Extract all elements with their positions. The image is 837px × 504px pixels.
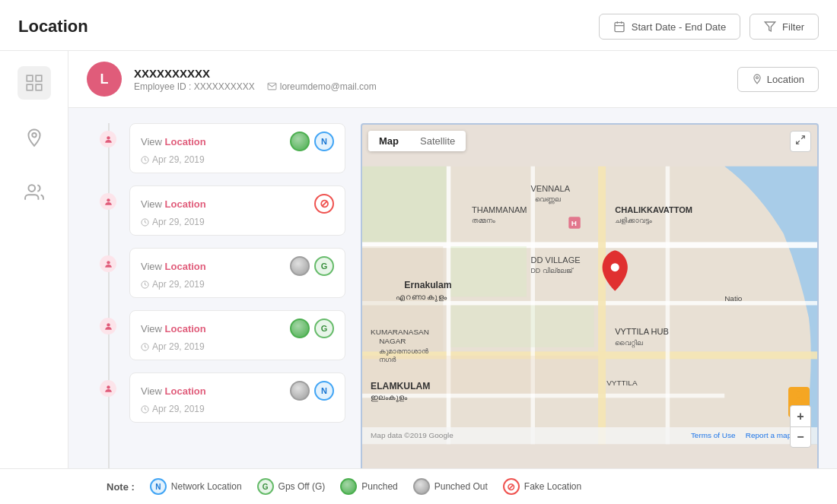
- expand-icon: [795, 135, 806, 145]
- timeline-map-section: View Location N Apr 29, 2019: [68, 108, 837, 502]
- svg-text:എറണാകുളം: എറണാകുളം: [396, 293, 447, 302]
- dot-person-icon: [100, 193, 116, 210]
- network-location-label: Network Location: [171, 481, 242, 492]
- clock-icon: [141, 156, 149, 164]
- svg-text:Map data ©2019 Google: Map data ©2019 Google: [371, 431, 454, 439]
- svg-text:VYTTILA: VYTTILA: [606, 379, 638, 387]
- clock-icon: [141, 281, 149, 289]
- svg-point-16: [107, 261, 110, 264]
- note-item-punched-in: Punched: [340, 478, 397, 495]
- tab-satellite[interactable]: Satellite: [409, 131, 466, 151]
- timeline-dot: [87, 123, 129, 147]
- card-location-link[interactable]: Location: [165, 261, 206, 272]
- svg-text:THAMMANAM: THAMMANAM: [472, 205, 527, 214]
- svg-text:NAGAR: NAGAR: [379, 337, 406, 345]
- card-location-link[interactable]: Location: [165, 323, 206, 334]
- card-location-link[interactable]: Location: [165, 385, 206, 397]
- card-header: View Location N: [141, 132, 334, 151]
- zoom-out-button[interactable]: −: [790, 426, 811, 448]
- dot-person-icon: [100, 255, 116, 272]
- card-date: Apr 29, 2019: [141, 279, 334, 290]
- timeline-dot: [87, 185, 129, 210]
- employee-info: XXXXXXXXXX Employee ID : XXXXXXXXXX lore…: [134, 67, 725, 92]
- svg-text:H: H: [571, 219, 577, 227]
- filter-icon: [764, 21, 776, 33]
- card-view-label: View Location: [141, 198, 206, 210]
- card-icons: N: [290, 381, 334, 401]
- map-image: Ernakulam എറണാകുളം KUMARANASAN NAGAR കുമ…: [362, 125, 817, 486]
- card-icons: G: [290, 319, 334, 338]
- table-row: View Location ⊘ Apr 29, 2019: [87, 185, 345, 236]
- svg-marker-4: [765, 22, 775, 31]
- sidebar-item-location[interactable]: [18, 121, 51, 154]
- svg-point-9: [32, 133, 36, 137]
- calendar-icon: [613, 21, 625, 33]
- card-view-label: View Location: [141, 261, 206, 272]
- svg-point-11: [756, 77, 758, 79]
- filter-button[interactable]: Filter: [749, 14, 819, 40]
- svg-text:കുമാരനാശാൻ: കുമാരനാശാൻ: [379, 347, 428, 356]
- svg-text:KUMARANASAN: KUMARANASAN: [371, 328, 429, 336]
- table-row: View Location N Apr 29, 2019: [87, 372, 345, 423]
- page-title: Location: [18, 17, 88, 36]
- punched-in-icon: [290, 132, 310, 151]
- punched-in-legend: [340, 478, 357, 495]
- main-layout: L XXXXXXXXXX Employee ID : XXXXXXXXXX lo…: [0, 51, 837, 503]
- svg-line-22: [801, 136, 804, 139]
- svg-point-65: [796, 391, 802, 398]
- gps-icon: G: [314, 319, 334, 338]
- map-tabs: Map Satellite: [368, 131, 466, 151]
- dot-person-icon: [100, 380, 116, 397]
- fake-location-legend: ⊘: [503, 478, 520, 495]
- note-bar: Note : N Network Location G Gps Off (G) …: [0, 468, 837, 504]
- timeline-card: View Location N Apr 29, 2019: [129, 372, 345, 423]
- card-date: Apr 29, 2019: [141, 404, 334, 414]
- card-view-label: View Location: [141, 323, 206, 334]
- sidebar-item-people[interactable]: [18, 176, 51, 209]
- svg-point-12: [107, 136, 110, 139]
- note-item-network: N Network Location: [150, 478, 242, 495]
- table-row: View Location G Apr 29, 2019: [87, 310, 345, 360]
- network-icon: N: [314, 381, 334, 401]
- avatar: L: [87, 62, 122, 97]
- card-header: View Location G: [141, 319, 334, 338]
- sidebar-item-grid[interactable]: [18, 66, 51, 100]
- punched-out-legend: [413, 478, 430, 495]
- card-view-label: View Location: [141, 385, 206, 397]
- zoom-in-button[interactable]: +: [790, 405, 811, 426]
- note-item-fake: ⊘ Fake Location: [503, 478, 581, 495]
- map-expand-button[interactable]: [790, 131, 811, 152]
- date-range-button[interactable]: Start Date - End Date: [599, 14, 740, 40]
- tab-map[interactable]: Map: [368, 131, 409, 151]
- card-location-link[interactable]: Location: [165, 198, 206, 210]
- svg-text:VENNALA: VENNALA: [530, 184, 570, 193]
- employee-email: loreumdemo@mail.com: [267, 81, 377, 92]
- map-container: Map Satellite: [361, 123, 819, 487]
- dot-person-icon: [100, 131, 116, 147]
- employee-name: XXXXXXXXXX: [134, 67, 725, 80]
- clock-icon: [141, 218, 149, 227]
- timeline-dot: [87, 372, 129, 397]
- location-button[interactable]: Location: [737, 67, 819, 92]
- svg-point-14: [107, 198, 110, 201]
- svg-text:Natio: Natio: [724, 294, 743, 303]
- svg-text:ചളിക്കാവട്ടം: ചളിക്കാവട്ടം: [615, 217, 652, 225]
- header-actions: Start Date - End Date Filter: [599, 14, 819, 40]
- card-icons: G: [290, 256, 334, 276]
- employee-id: Employee ID : XXXXXXXXXX: [134, 81, 255, 92]
- map-zoom-controls: + −: [790, 405, 811, 448]
- punched-out-icon: [290, 256, 310, 276]
- timeline: View Location N Apr 29, 2019: [87, 123, 345, 487]
- location-pin-icon: [752, 74, 762, 84]
- svg-rect-5: [27, 75, 33, 81]
- svg-text:Ernakulam: Ernakulam: [404, 280, 451, 290]
- card-date: Apr 29, 2019: [141, 217, 334, 227]
- svg-rect-28: [362, 394, 724, 398]
- punched-out-icon: [290, 381, 310, 401]
- employee-meta: Employee ID : XXXXXXXXXX loreumdemo@mail…: [134, 81, 725, 92]
- card-location-link[interactable]: Location: [165, 136, 206, 147]
- card-header: View Location G: [141, 256, 334, 276]
- svg-rect-6: [36, 75, 42, 81]
- header: Location Start Date - End Date Filter: [0, 0, 837, 51]
- svg-point-20: [107, 385, 110, 388]
